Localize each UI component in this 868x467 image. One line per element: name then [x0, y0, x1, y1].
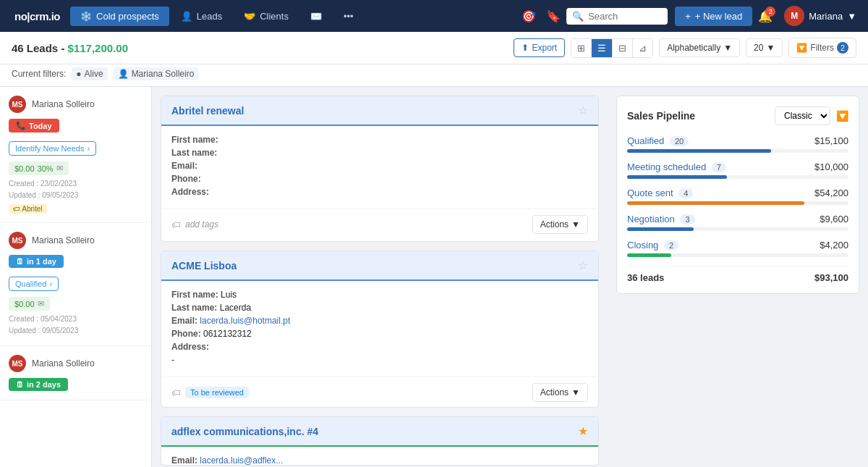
sidebar-avatar-2: MS: [9, 232, 26, 249]
plus-icon: +: [685, 11, 691, 22]
tag-icon-2: 🏷: [171, 387, 181, 398]
filter-label: Filters: [810, 43, 834, 53]
tag-placeholder-1[interactable]: add tags: [185, 219, 218, 230]
phone-val-2: 0612132312: [203, 329, 252, 339]
search-input[interactable]: [588, 11, 662, 22]
lead-card-star-2[interactable]: ☆: [578, 258, 588, 272]
nav-tab-mail[interactable]: ✉️: [300, 7, 332, 26]
pipeline-total-amount: $93,100: [814, 272, 848, 283]
field-lastname-1: Last name:: [171, 148, 588, 158]
pipeline-stage-count-1: 7: [712, 162, 726, 172]
export-button[interactable]: ⬆ Export: [514, 38, 565, 57]
lead-card-title-2[interactable]: ACME Lisboa: [171, 260, 237, 272]
sort-chevron-icon: ▼: [723, 43, 732, 53]
lead-card-star-1[interactable]: ☆: [578, 104, 588, 117]
list-view-button[interactable]: ☰: [592, 39, 613, 57]
per-page-button[interactable]: 20 ▼: [746, 38, 783, 57]
pipeline-title: Sales Pipeline: [627, 110, 695, 122]
pipeline-bar-3: [627, 227, 694, 231]
chart-view-button[interactable]: ⊿: [633, 39, 652, 57]
actions-chevron-icon-2: ▼: [571, 387, 580, 397]
email-link-3[interactable]: lacerda.luis@adflex...: [200, 455, 283, 466]
pipeline-stage-name-0[interactable]: Qualified: [627, 135, 664, 146]
sidebar-lead-item-3[interactable]: MS Mariana Solleiro 🗓 in 2 days: [0, 346, 151, 400]
pipeline-bar-bg-3: [627, 227, 848, 231]
pipeline-row-header-2: Quote sent 4 $54,200: [627, 188, 848, 198]
per-page-label: 20: [754, 43, 763, 53]
pipeline-stage-name-2[interactable]: Quote sent: [627, 188, 673, 198]
lead-card-star-3[interactable]: ★: [578, 424, 588, 438]
field-email-2: Email: lacerda.luis@hotmail.pt: [171, 316, 588, 326]
email-link-2[interactable]: lacerda.luis@hotmail.pt: [200, 316, 290, 326]
actions-button-2[interactable]: Actions ▼: [532, 383, 588, 402]
pipeline-stage-row-3: Negotiation 3 $9,600: [627, 214, 848, 231]
pipeline-bar-2: [627, 201, 804, 205]
mail-icon: ✉️: [310, 11, 322, 22]
lead-card-title-1[interactable]: Abritel renewal: [171, 105, 244, 117]
pipeline-stage-row-0: Qualified 20 $15,100: [627, 135, 848, 153]
filter-tag-user[interactable]: 👤 Mariana Solleiro: [114, 67, 199, 80]
pipeline-bar-bg-4: [627, 253, 848, 257]
notification-badge: 2: [765, 7, 775, 17]
new-lead-button[interactable]: + + New lead: [675, 7, 752, 26]
sidebar-amount-2: $0.00 ✉: [9, 297, 50, 311]
nav-tab-more[interactable]: •••: [333, 7, 364, 26]
user-menu-button[interactable]: M Mariana ▼: [778, 3, 862, 29]
column-view-button[interactable]: ⊟: [613, 39, 633, 57]
pipeline-rows: Qualified 20 $15,100 Meeting scheduled 7…: [627, 135, 848, 257]
sidebar-tag-today-1[interactable]: 📞 Today: [9, 119, 59, 132]
sidebar-tag-day-3[interactable]: 🗓 in 2 days: [9, 378, 68, 391]
search-icon: 🔍: [572, 11, 584, 22]
pipeline-stage-name-3[interactable]: Negotiation: [627, 214, 675, 224]
tag-label-2[interactable]: To be reviewed: [185, 387, 249, 398]
sidebar-name-2: Mariana Solleiro: [32, 235, 95, 245]
snowflake-icon: ❄️: [80, 11, 92, 22]
sidebar-tag-day-2[interactable]: 🗓 in 1 day: [9, 255, 64, 268]
lead-card-title-3[interactable]: adflex communications,inc. #4: [171, 426, 318, 437]
sort-label: Alphabetically: [667, 43, 720, 53]
pipeline-stage-row-1: Meeting scheduled 7 $10,000: [627, 161, 848, 179]
pipeline-filter-icon[interactable]: 🔽: [836, 110, 848, 122]
nav-tab-clients[interactable]: 🤝 Clients: [234, 7, 299, 26]
lead-card-header-3: adflex communications,inc. #4 ★: [161, 417, 598, 447]
sidebar-stage-2[interactable]: Qualified ›: [9, 277, 59, 291]
target-icon-btn[interactable]: 🎯: [517, 5, 540, 28]
clients-icon: 🤝: [244, 11, 255, 22]
filter-button[interactable]: 🔽 Filters 2: [788, 38, 856, 58]
toolbar: 46 Leads - $117,200.00 ⬆ Export ⊞ ☰ ⊟ ⊿ …: [0, 32, 868, 64]
pipeline-stage-name-1[interactable]: Meeting scheduled: [627, 161, 706, 172]
main-content: Abritel renewal ☆ First name: Last name:…: [152, 87, 608, 467]
lead-card-header-1: Abritel renewal ☆: [161, 96, 598, 126]
bookmark-icon-btn[interactable]: 🔖: [542, 5, 565, 28]
grid-view-button[interactable]: ⊞: [571, 39, 592, 57]
pipeline-view-select[interactable]: Classic: [775, 106, 830, 125]
person-icon: 👤: [118, 69, 129, 79]
field-address-1: Address:: [171, 187, 588, 197]
pipeline-stage-name-4[interactable]: Closing: [627, 240, 658, 251]
sidebar-lead-item-1[interactable]: MS Mariana Solleiro 📞 Today Identify New…: [0, 87, 151, 223]
view-toggle-group: ⊞ ☰ ⊟ ⊿: [571, 38, 653, 58]
pipeline-stage-count-4: 2: [664, 240, 678, 251]
notification-button[interactable]: 🔔 2: [754, 5, 777, 28]
pipeline-stage-amount-1: $10,000: [814, 161, 848, 172]
sort-button[interactable]: Alphabetically ▼: [659, 38, 740, 57]
nav-tab-cold-prospects-label: Cold prospects: [96, 11, 159, 22]
tag-icon-1: 🏷: [171, 219, 181, 230]
per-page-chevron-icon: ▼: [766, 43, 775, 53]
lead-card-footer-2: 🏷 To be reviewed Actions ▼: [161, 376, 598, 408]
pipeline-row-header-0: Qualified 20 $15,100: [627, 135, 848, 146]
pipeline-bar-bg-2: [627, 201, 848, 205]
sidebar-name-1: Mariana Solleiro: [32, 99, 95, 109]
sidebar-lead-item-2[interactable]: MS Mariana Solleiro 🗓 in 1 day Qualified…: [0, 223, 151, 346]
actions-button-1[interactable]: Actions ▼: [532, 215, 588, 234]
nav-tab-cold-prospects[interactable]: ❄️ Cold prospects: [70, 7, 169, 26]
nav-tab-leads[interactable]: 👤 Leads: [171, 7, 232, 26]
pipeline-header: Sales Pipeline Classic 🔽: [627, 106, 848, 125]
filter-tag-alive[interactable]: ● Alive: [72, 67, 107, 80]
filter-alive-label: Alive: [85, 69, 103, 79]
nav-tab-clients-label: Clients: [260, 11, 289, 22]
lead-card-1: Abritel renewal ☆ First name: Last name:…: [161, 96, 599, 242]
field-email-1: Email:: [171, 161, 588, 171]
sidebar-stage-1[interactable]: Identify New Needs ›: [9, 141, 96, 156]
lastname-val-2: Lacerda: [220, 303, 251, 313]
